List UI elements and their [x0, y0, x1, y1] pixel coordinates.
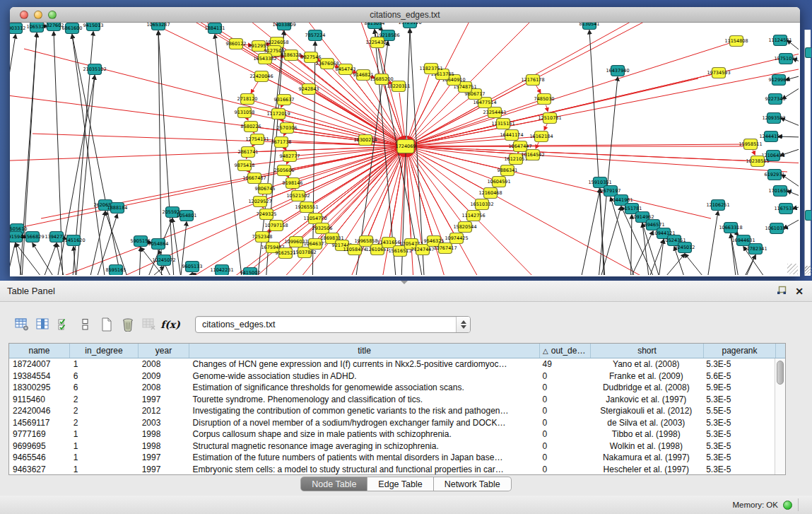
graph-node[interactable]: 9860122: [226, 39, 247, 49]
table-cell[interactable]: Nakamura et al. (1997): [589, 452, 702, 464]
table-cell[interactable]: Genome-wide association studies in ADHD.: [189, 370, 539, 382]
table-row[interactable]: 1830029562008Estimation of significance …: [9, 382, 775, 394]
table-cell[interactable]: 1: [70, 464, 139, 475]
create-column-icon[interactable]: [96, 315, 117, 334]
table-cell[interactable]: Franke et al. (2009): [589, 370, 702, 382]
graph-node[interactable]: 6192971: [765, 170, 785, 180]
graph-node[interactable]: 16033809: [272, 23, 295, 30]
table-cell[interactable]: 1: [70, 440, 139, 452]
graph-node[interactable]: 9415007: [240, 268, 261, 276]
table-cell[interactable]: Dudbridge et al. (2008): [589, 382, 702, 394]
table-cell[interactable]: Structural magnetic resonance image aver…: [189, 440, 539, 452]
table-row[interactable]: 911546021997Tourette syndrome. Phenomeno…: [9, 394, 775, 406]
table-cell[interactable]: 2: [70, 394, 139, 406]
graph-node[interactable]: 10974425: [445, 233, 468, 244]
minimize-window-button[interactable]: [34, 11, 42, 19]
graph-node[interactable]: 17016504: [768, 186, 792, 197]
table-cell[interactable]: Corpus callosum shape and size in male p…: [189, 428, 539, 440]
table-cell[interactable]: 0: [539, 464, 590, 475]
table-cell[interactable]: 1997: [139, 394, 189, 406]
tab-node-table[interactable]: Node Table: [300, 477, 367, 491]
graph-node[interactable]: 10797158: [264, 221, 288, 231]
table-row[interactable]: 2242004622012Investigating the contribut…: [9, 405, 775, 417]
graph-node[interactable]: 12093582: [762, 113, 785, 124]
table-cell[interactable]: 5.9E-5: [702, 382, 775, 394]
graph-node[interactable]: 15820544: [453, 222, 476, 233]
graph-node[interactable]: 10663318: [719, 223, 742, 233]
table-row[interactable]: 1872400712008Changes of HCN gene express…: [9, 358, 775, 370]
table-cell[interactable]: Estimation of significance thresholds fo…: [189, 382, 539, 394]
table-row[interactable]: 1938455462009Genome-wide association stu…: [9, 370, 775, 382]
graph-node[interactable]: 9605133: [182, 262, 203, 272]
tab-edge-table[interactable]: Edge Table: [367, 477, 433, 491]
graph-node[interactable]: 15723110: [398, 23, 421, 28]
table-cell[interactable]: 2: [70, 405, 139, 417]
column-header-in_degree[interactable]: in_degree: [70, 344, 139, 358]
table-cell[interactable]: 9465546: [9, 452, 70, 464]
table-cell[interactable]: 5.3E-5: [702, 464, 775, 475]
column-header-name[interactable]: name: [9, 344, 70, 358]
close-window-button[interactable]: [20, 11, 28, 19]
column-header-pagerank[interactable]: pagerank: [704, 344, 776, 358]
graph-node[interactable]: 16510332: [470, 199, 493, 210]
table-cell[interactable]: 0: [539, 382, 590, 394]
graph-node[interactable]: 11315151: [491, 119, 514, 129]
scrollbar-thumb[interactable]: [777, 361, 784, 385]
graph-node[interactable]: 12754131: [245, 134, 269, 145]
graph-node[interactable]: 12029527: [248, 197, 271, 207]
memory-status-indicator[interactable]: [783, 501, 792, 510]
table-cell[interactable]: 0: [539, 417, 590, 429]
graph-node[interactable]: 19734593: [707, 68, 730, 78]
graph-node[interactable]: 2932506: [312, 223, 333, 234]
row-height-icon[interactable]: [75, 315, 96, 334]
canvas-resize-grip[interactable]: [787, 264, 798, 274]
table-cell[interactable]: Estimation of the future numbers of pati…: [189, 452, 539, 464]
graph-node[interactable]: 12444154: [759, 132, 782, 142]
table-cell[interactable]: 5.3E-5: [702, 440, 775, 452]
table-cell[interactable]: 49: [539, 358, 590, 370]
table-cell[interactable]: 6: [70, 382, 139, 394]
table-cell[interactable]: 6: [70, 370, 139, 382]
graph-node[interactable]: 11142756: [461, 211, 485, 221]
table-cell[interactable]: Changes of HCN gene expression and I(f) …: [189, 358, 539, 370]
graph-node[interactable]: 9129966: [769, 75, 789, 86]
table-cell[interactable]: 18300295: [9, 382, 70, 394]
table-cell[interactable]: de Silva et al. (2003): [589, 417, 702, 429]
graph-node[interactable]: 8813054: [365, 23, 385, 29]
graph-node[interactable]: 12176178: [521, 75, 544, 86]
function-builder-icon[interactable]: f(x): [160, 315, 181, 334]
table-cell[interactable]: 5.3E-5: [702, 428, 775, 440]
table-cell[interactable]: 1: [70, 452, 139, 464]
graph-node[interactable]: 6861600: [62, 23, 83, 34]
graph-node[interactable]: 7485030: [534, 94, 555, 105]
graph-node[interactable]: 2861741: [238, 147, 259, 158]
column-header-year[interactable]: year: [139, 344, 189, 358]
table-row[interactable]: 1456911722003Disruption of a novel membe…: [9, 417, 775, 429]
table-row[interactable]: 969969511998Structural magnetic resonanc…: [9, 440, 775, 452]
graph-node[interactable]: 21035102: [83, 64, 106, 75]
table-cell[interactable]: 2009: [139, 370, 189, 382]
zoom-window-button[interactable]: [48, 11, 57, 19]
graph-node[interactable]: 9131058: [235, 107, 255, 118]
graph-node[interactable]: 9886341: [498, 165, 518, 176]
table-cell[interactable]: Wolkin et al. (1998): [589, 440, 702, 452]
split-pane-handle[interactable]: [401, 281, 408, 284]
table-cell[interactable]: 5.3E-5: [702, 452, 775, 464]
table-cell[interactable]: 1998: [139, 428, 189, 440]
graph-node[interactable]: 1903312: [10, 23, 25, 34]
table-cell[interactable]: 18724007: [9, 358, 70, 370]
table-cell[interactable]: 0: [539, 452, 590, 464]
table-cell[interactable]: 2008: [139, 358, 189, 370]
column-header-short[interactable]: short: [591, 344, 704, 358]
graph-node[interactable]: 11675331: [774, 204, 797, 214]
table-cell[interactable]: Disruption of a novel member of a sodium…: [189, 417, 539, 429]
table-cell[interactable]: 1997: [139, 452, 189, 464]
network-window-titlebar[interactable]: citations_edges.txt: [10, 7, 800, 23]
graph-node[interactable]: 2570306: [277, 123, 298, 134]
table-cell[interactable]: 5.3E-5: [702, 358, 775, 370]
table-cell[interactable]: 2: [70, 417, 139, 429]
table-cell[interactable]: 0: [539, 440, 590, 452]
graph-node[interactable]: 9227343: [765, 94, 786, 105]
graph-node[interactable]: 23254441: [483, 107, 506, 118]
table-cell[interactable]: 0: [539, 428, 590, 440]
